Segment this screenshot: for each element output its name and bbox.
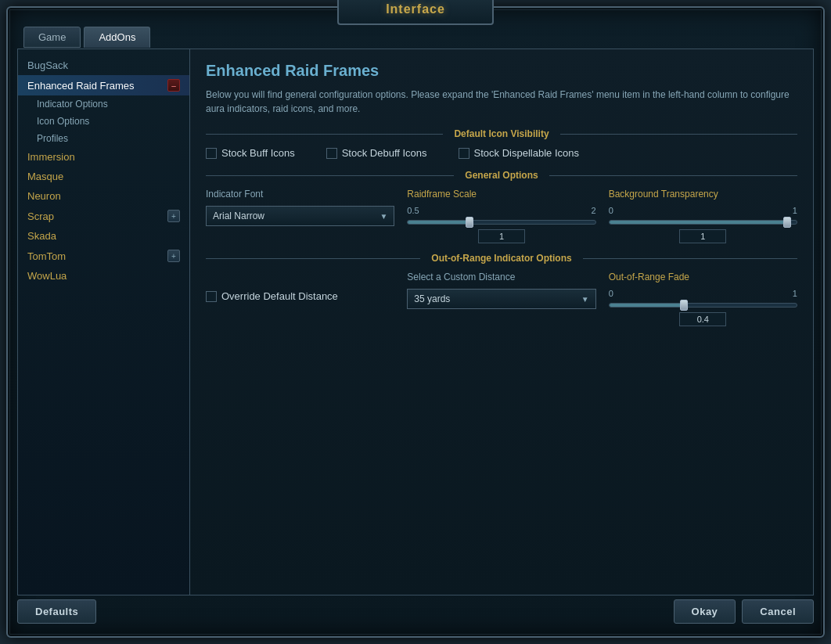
main-window: Interface Game AddOns BugSack Enhanced R…	[6, 6, 825, 638]
dropdown-value: Arial Narrow	[213, 210, 264, 221]
divider-line-right	[549, 175, 797, 176]
indicator-font-dropdown[interactable]: Arial Narrow ▼	[206, 206, 394, 226]
slider-min-label: 0	[609, 206, 613, 215]
background-transparency-value[interactable]: 1	[679, 229, 726, 243]
indicator-font-label: Indicator Font	[206, 189, 394, 200]
sidebar-item-label: Skada	[27, 230, 56, 242]
slider-fill	[610, 221, 787, 224]
sidebar-item-label: TomTom	[27, 250, 66, 262]
sidebar-item-wowlua[interactable]: WowLua	[18, 266, 189, 286]
slider-max-label: 2	[592, 206, 596, 215]
checkbox-label: Stock Buff Icons	[221, 147, 295, 159]
main-content: BugSack Enhanced Raid Frames – Indicator…	[17, 49, 814, 595]
collapse-button[interactable]: –	[167, 79, 180, 92]
sidebar-sub-label: Profiles	[37, 133, 68, 144]
option-raidframe-scale: Raidframe Scale 0.5 2 1	[407, 189, 595, 243]
out-of-range-fade-slider-container: 0 1 0.4	[609, 289, 797, 326]
raidframe-scale-label: Raidframe Scale	[407, 189, 595, 200]
slider-range-labels: 0.5 2	[407, 206, 595, 215]
checkbox-input[interactable]	[206, 148, 217, 159]
sidebar-sub-indicator-options[interactable]: Indicator Options	[18, 95, 189, 113]
dropdown-value: 35 yards	[414, 293, 450, 304]
checkbox-override-distance[interactable]: Override Default Distance	[206, 290, 394, 302]
slider-max-label: 1	[793, 206, 797, 215]
sidebar-item-label: Enhanced Raid Frames	[27, 80, 135, 92]
defaults-button[interactable]: Defaults	[17, 599, 96, 624]
right-panel: Enhanced Raid Frames Below you will find…	[190, 49, 813, 595]
checkbox-stock-buff-icons[interactable]: Stock Buff Icons	[206, 147, 295, 159]
raidframe-scale-slider-container: 0.5 2 1	[407, 206, 595, 243]
checkbox-label: Stock Dispellable Icons	[474, 147, 579, 159]
sidebar-sub-profiles[interactable]: Profiles	[18, 130, 189, 147]
slider-min-label: 0	[609, 289, 613, 298]
option-background-transparency: Background Transparency 0 1 1	[609, 189, 797, 243]
divider-line-left	[206, 134, 443, 135]
checkbox-label: Stock Debuff Icons	[342, 147, 427, 159]
checkbox-input[interactable]	[206, 291, 217, 302]
sidebar-item-scrap[interactable]: Scrap +	[18, 206, 189, 226]
section-divider-icon-visibility: Default Icon Visibility	[206, 128, 797, 139]
bottom-bar: Defaults Okay Cancel	[17, 595, 814, 627]
raidframe-scale-value[interactable]: 1	[478, 229, 525, 243]
checkbox-stock-debuff-icons[interactable]: Stock Debuff Icons	[326, 147, 427, 159]
background-transparency-slider[interactable]	[609, 220, 797, 225]
section-label-general: General Options	[460, 170, 542, 181]
option-out-of-range-fade: Out-of-Range Fade 0 1 0.4	[609, 272, 797, 326]
checkbox-input[interactable]	[326, 148, 337, 159]
slider-thumb[interactable]	[466, 217, 473, 228]
cancel-button[interactable]: Cancel	[742, 599, 814, 624]
slider-thumb[interactable]	[680, 300, 688, 311]
sidebar-item-label: WowLua	[27, 270, 67, 282]
title-bar: Interface	[337, 0, 494, 25]
slider-thumb[interactable]	[783, 217, 791, 228]
checkbox-stock-dispellable-icons[interactable]: Stock Dispellable Icons	[459, 147, 579, 159]
sidebar-item-tomtom[interactable]: TomTom +	[18, 246, 189, 266]
sidebar-item-neuron[interactable]: Neuron	[18, 186, 189, 206]
divider-line-left	[206, 258, 420, 259]
sidebar-item-label: Immersion	[27, 151, 75, 163]
expand-button[interactable]: +	[167, 250, 180, 262]
out-of-range-fade-label: Out-of-Range Fade	[609, 272, 797, 282]
sidebar-item-masque[interactable]: Masque	[18, 167, 189, 186]
option-override-distance: Override Default Distance	[206, 272, 394, 302]
sidebar-item-enhanced-raid-frames[interactable]: Enhanced Raid Frames –	[18, 75, 189, 95]
slider-min-label: 0.5	[407, 206, 419, 215]
section-label-out-of-range: Out-of-Range Indicator Options	[426, 253, 576, 264]
sidebar-item-label: Neuron	[27, 190, 61, 202]
sidebar-sub-label: Icon Options	[37, 116, 89, 127]
option-indicator-font: Indicator Font Arial Narrow ▼	[206, 189, 394, 243]
section-divider-general: General Options	[206, 170, 797, 181]
tab-bar: Game AddOns	[23, 27, 150, 48]
sidebar-item-label: Scrap	[27, 210, 54, 222]
out-of-range-fade-value[interactable]: 0.4	[679, 312, 726, 326]
sidebar-item-immersion[interactable]: Immersion	[18, 147, 189, 167]
okay-button[interactable]: Okay	[674, 599, 736, 624]
select-distance-label: Select a Custom Distance	[407, 272, 595, 282]
sidebar-item-bugsack[interactable]: BugSack	[18, 56, 189, 75]
section-divider-out-of-range: Out-of-Range Indicator Options	[206, 253, 797, 264]
expand-button[interactable]: +	[167, 210, 180, 222]
select-distance-dropdown[interactable]: 35 yards ▼	[407, 289, 595, 309]
background-transparency-label: Background Transparency	[609, 189, 797, 200]
slider-range-labels: 0 1	[609, 289, 797, 298]
checkbox-row-icons: Stock Buff Icons Stock Debuff Icons Stoc…	[206, 147, 797, 159]
out-of-range-fade-slider[interactable]	[609, 303, 797, 308]
general-options-grid: Indicator Font Arial Narrow ▼ Raidframe …	[206, 189, 797, 243]
checkbox-input[interactable]	[459, 148, 469, 159]
slider-range-labels: 0 1	[609, 206, 797, 215]
checkbox-label: Override Default Distance	[221, 290, 338, 302]
tab-game[interactable]: Game	[23, 27, 81, 48]
raidframe-scale-slider[interactable]	[407, 220, 595, 225]
dropdown-arrow-icon: ▼	[380, 212, 387, 221]
window-title: Interface	[386, 2, 445, 16]
tab-addons[interactable]: AddOns	[84, 27, 150, 48]
dropdown-arrow-icon: ▼	[581, 295, 589, 304]
sidebar-item-label: BugSack	[27, 59, 68, 71]
background-transparency-slider-container: 0 1 1	[609, 206, 797, 243]
sidebar-item-skada[interactable]: Skada	[18, 226, 189, 246]
out-of-range-grid: Override Default Distance Select a Custo…	[206, 272, 797, 326]
section-label-icon-visibility: Default Icon Visibility	[449, 128, 553, 139]
option-select-distance: Select a Custom Distance 35 yards ▼	[407, 272, 595, 309]
slider-max-label: 1	[793, 289, 797, 298]
sidebar-sub-icon-options[interactable]: Icon Options	[18, 113, 189, 130]
